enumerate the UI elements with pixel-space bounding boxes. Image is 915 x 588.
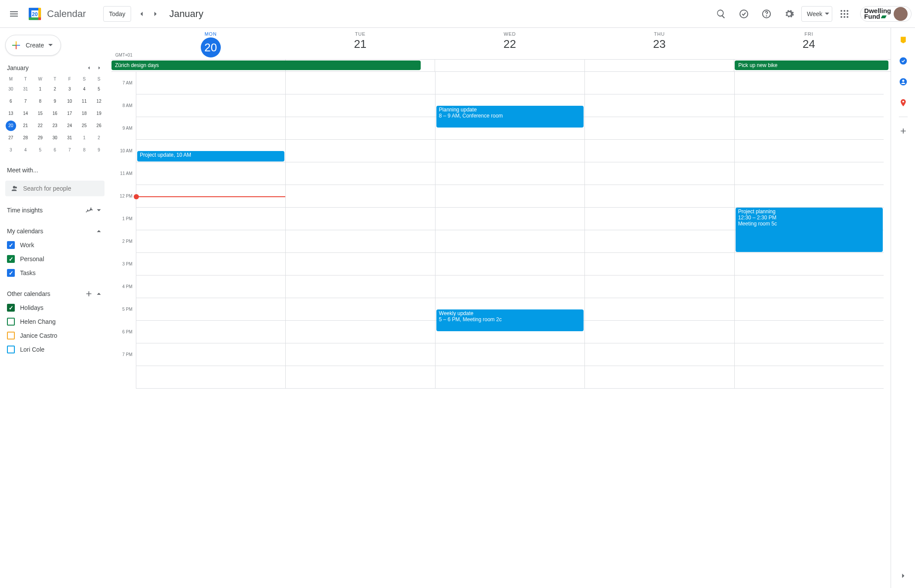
mini-next-button[interactable] [94, 63, 105, 73]
settings-button[interactable] [779, 3, 800, 24]
mini-prev-button[interactable] [84, 63, 94, 73]
day-column[interactable] [285, 72, 435, 389]
mini-day[interactable]: 31 [64, 133, 75, 143]
calendar-checkbox[interactable] [7, 318, 15, 326]
mini-day[interactable]: 16 [50, 108, 60, 119]
mini-day[interactable]: 9 [94, 145, 104, 155]
mini-day[interactable]: 6 [50, 145, 60, 155]
mini-day[interactable]: 3 [64, 84, 75, 94]
mini-day[interactable]: 25 [79, 121, 89, 131]
mini-day[interactable]: 29 [35, 133, 45, 143]
other-calendars-toggle[interactable]: Other calendars [3, 287, 106, 301]
mini-day[interactable]: 8 [79, 145, 89, 155]
mini-day[interactable]: 30 [50, 133, 60, 143]
mini-day[interactable]: 8 [35, 96, 45, 107]
calendar-item[interactable]: Lori Cole [3, 343, 106, 356]
mini-day[interactable]: 2 [50, 84, 60, 94]
day-header[interactable]: FRI24 [734, 28, 884, 59]
mini-day[interactable]: 4 [20, 145, 31, 155]
allday-event[interactable]: Zürich design days [111, 60, 421, 70]
hide-panel-button[interactable] [895, 567, 912, 585]
mini-day[interactable]: 23 [50, 121, 60, 131]
contacts-button[interactable] [895, 73, 912, 91]
day-header[interactable]: MON20 [136, 28, 285, 59]
mini-day[interactable]: 30 [6, 84, 16, 94]
prev-period-button[interactable] [135, 7, 149, 21]
mini-day[interactable]: 7 [64, 145, 75, 155]
calendar-checkbox[interactable] [7, 269, 15, 277]
mini-day[interactable]: 11 [79, 96, 89, 107]
mini-day[interactable]: 27 [6, 133, 16, 143]
view-selector[interactable]: Week [801, 6, 833, 22]
allday-row[interactable]: Zürich design daysPick up new bike [111, 60, 891, 72]
search-people-field[interactable] [5, 181, 105, 196]
mini-day[interactable]: 28 [20, 133, 31, 143]
maps-button[interactable] [895, 94, 912, 111]
mini-day[interactable]: 4 [79, 84, 89, 94]
calendar-checkbox[interactable] [7, 346, 15, 353]
day-column[interactable] [584, 72, 734, 389]
mini-day[interactable]: 5 [94, 84, 104, 94]
calendar-item[interactable]: Personal [3, 252, 106, 266]
mini-day[interactable]: 10 [64, 96, 75, 107]
calendar-checkbox[interactable] [7, 241, 15, 249]
next-period-button[interactable] [149, 7, 162, 21]
calendar-item[interactable]: Helen Chang [3, 315, 106, 329]
mini-day[interactable]: 22 [35, 121, 45, 131]
day-header[interactable]: THU23 [584, 28, 734, 59]
mini-day[interactable]: 6 [6, 96, 16, 107]
mini-day[interactable]: 15 [35, 108, 45, 119]
day-column[interactable]: Planning update8 – 9 AM, Conference room… [435, 72, 584, 389]
mini-day[interactable]: 14 [20, 108, 31, 119]
day-header[interactable]: TUE21 [285, 28, 435, 59]
mini-day[interactable]: 20 [6, 121, 16, 131]
tasks-button[interactable] [733, 3, 754, 24]
allday-cell[interactable] [435, 60, 584, 71]
mini-day[interactable]: 19 [94, 108, 104, 119]
addons-button[interactable] [895, 122, 912, 140]
calendar-event[interactable]: Project update, 10 AM [137, 151, 284, 161]
calendar-event[interactable]: Project planning12:30 – 2:30 PMMeeting r… [736, 208, 883, 252]
mini-day[interactable]: 9 [50, 96, 60, 107]
calendar-item[interactable]: Tasks [3, 266, 106, 280]
today-button[interactable]: Today [103, 6, 131, 22]
apps-button[interactable] [834, 3, 855, 24]
time-grid-scroll[interactable]: 7 AM8 AM9 AM10 AM11 AM12 PM1 PM2 PM3 PM4… [111, 72, 891, 580]
calendar-checkbox[interactable] [7, 332, 15, 339]
mini-day[interactable]: 3 [6, 145, 16, 155]
mini-day[interactable]: 2 [94, 133, 104, 143]
calendar-event[interactable]: Weekly update5 – 6 PM, Meeting room 2c [436, 309, 584, 331]
day-header[interactable]: WED22 [435, 28, 584, 59]
my-calendars-toggle[interactable]: My calendars [3, 224, 106, 238]
mini-day[interactable]: 7 [20, 96, 31, 107]
calendar-event[interactable]: Planning update8 – 9 AM, Conference room [436, 106, 584, 128]
calendar-item[interactable]: Janice Castro [3, 329, 106, 343]
allday-cell[interactable] [584, 60, 734, 71]
mini-day[interactable]: 24 [64, 121, 75, 131]
main-menu-button[interactable] [3, 3, 24, 24]
mini-day[interactable]: 31 [20, 84, 31, 94]
calendar-checkbox[interactable] [7, 304, 15, 312]
calendar-item[interactable]: Holidays [3, 301, 106, 315]
calendar-item[interactable]: Work [3, 238, 106, 252]
mini-day[interactable]: 1 [35, 84, 45, 94]
day-columns[interactable]: Project update, 10 AMPlanning update8 – … [136, 72, 884, 389]
search-people-input[interactable] [23, 185, 99, 192]
help-button[interactable] [756, 3, 777, 24]
mini-day[interactable]: 1 [79, 133, 89, 143]
mini-day[interactable]: 18 [79, 108, 89, 119]
mini-day[interactable]: 13 [6, 108, 16, 119]
mini-day[interactable]: 17 [64, 108, 75, 119]
mini-day[interactable]: 12 [94, 96, 104, 107]
create-button[interactable]: Create [5, 35, 61, 56]
keep-button[interactable] [895, 31, 912, 49]
account-switcher[interactable]: Dwelling Fund▰ [860, 6, 912, 22]
calendar-checkbox[interactable] [7, 255, 15, 263]
mini-day[interactable]: 21 [20, 121, 31, 131]
day-column[interactable]: Project planning12:30 – 2:30 PMMeeting r… [734, 72, 884, 389]
app-logo[interactable]: 20 Calendar [26, 5, 86, 23]
mini-day[interactable]: 26 [94, 121, 104, 131]
plus-icon[interactable] [84, 289, 93, 298]
day-column[interactable]: Project update, 10 AM [136, 72, 285, 389]
allday-event[interactable]: Pick up new bike [735, 60, 888, 70]
